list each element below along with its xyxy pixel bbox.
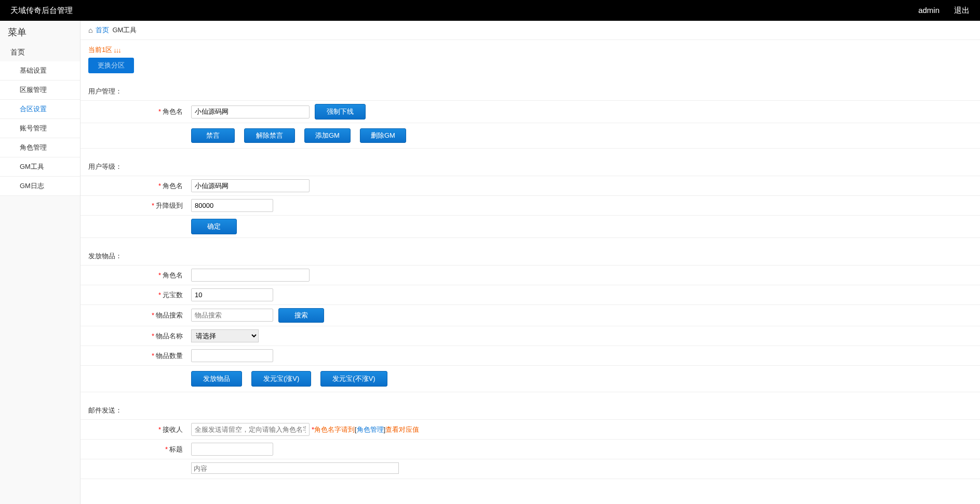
section-mail-title: 邮件发送： xyxy=(80,402,980,420)
input-recipient[interactable] xyxy=(191,423,310,436)
user-link[interactable]: admin xyxy=(918,6,939,16)
give-gold-inc-button[interactable]: 发元宝(涨V) xyxy=(251,371,311,387)
home-icon: ⌂ xyxy=(88,26,92,34)
input-role-name-item[interactable] xyxy=(191,269,310,282)
delete-gm-button[interactable]: 删除GM xyxy=(360,128,406,143)
label-recipient: 接收人 xyxy=(163,426,183,433)
confirm-level-button[interactable]: 确定 xyxy=(191,219,237,234)
topbar: 天域传奇后台管理 admin 退出 xyxy=(0,0,980,21)
arrow-down-icon: ↓↓↓ xyxy=(113,46,120,54)
sidebar-item-role-mgmt[interactable]: 角色管理 xyxy=(0,138,80,157)
breadcrumb-home-link[interactable]: 首页 xyxy=(96,25,109,35)
label-level-to: 升降级到 xyxy=(156,202,183,209)
input-level-value[interactable] xyxy=(191,199,273,212)
role-mgmt-link[interactable]: 角色管理 xyxy=(357,426,384,433)
give-item-button[interactable]: 发放物品 xyxy=(191,371,242,387)
input-role-name[interactable] xyxy=(191,105,310,118)
force-offline-button[interactable]: 强制下线 xyxy=(315,104,366,120)
label-item-search: 物品搜索 xyxy=(156,311,183,319)
sidebar-item-gm-tools[interactable]: GM工具 xyxy=(0,157,80,177)
give-gold-noinc-button[interactable]: 发元宝(不涨V) xyxy=(320,371,387,387)
zone-indicator: 当前1区↓↓↓ xyxy=(80,40,980,58)
label-gold: 元宝数 xyxy=(163,291,183,299)
main-content: ⌂ 首页 GM工具 当前1区↓↓↓ 更换分区 用户管理： *角色名 强制下线 xyxy=(80,21,980,504)
label-role-name-3: 角色名 xyxy=(163,271,183,279)
sidebar-item-gm-log[interactable]: GM日志 xyxy=(0,177,80,196)
unban-button[interactable]: 解除禁言 xyxy=(244,128,295,143)
sidebar-root-home[interactable]: 首页 xyxy=(0,44,80,61)
app-title: 天域传奇后台管理 xyxy=(10,6,73,16)
sidebar-item-zone-mgmt[interactable]: 区服管理 xyxy=(0,81,80,100)
sidebar-item-account-mgmt[interactable]: 账号管理 xyxy=(0,119,80,138)
sidebar-item-merge-settings[interactable]: 合区设置 xyxy=(0,100,80,119)
breadcrumb: ⌂ 首页 GM工具 xyxy=(80,21,980,40)
label-role-name-2: 角色名 xyxy=(163,182,183,190)
sidebar: 菜单 首页 基础设置 区服管理 合区设置 账号管理 角色管理 GM工具 GM日志 xyxy=(0,21,80,504)
ban-button[interactable]: 禁言 xyxy=(191,128,235,143)
input-role-name-level[interactable] xyxy=(191,179,310,192)
label-item-name: 物品名称 xyxy=(156,332,183,340)
change-zone-button[interactable]: 更换分区 xyxy=(88,58,134,73)
section-user-level-title: 用户等级： xyxy=(80,158,980,176)
select-item-name[interactable]: 请选择 xyxy=(191,329,259,342)
breadcrumb-current: GM工具 xyxy=(112,25,137,35)
menu-heading: 菜单 xyxy=(0,21,80,44)
input-subject[interactable] xyxy=(191,443,273,456)
add-gm-button[interactable]: 添加GM xyxy=(304,128,351,143)
sidebar-item-basic-settings[interactable]: 基础设置 xyxy=(0,61,80,81)
input-gold[interactable] xyxy=(191,288,273,301)
label-subject: 标题 xyxy=(169,445,183,453)
label-item-qty: 物品数量 xyxy=(156,352,183,360)
section-user-mgmt-title: 用户管理： xyxy=(80,83,980,101)
label-role-name: 角色名 xyxy=(163,108,183,115)
input-item-qty[interactable] xyxy=(191,349,273,362)
search-item-button[interactable]: 搜索 xyxy=(278,308,324,323)
recipient-hint: *角色名字请到[角色管理]查看对应值 xyxy=(312,426,419,433)
section-give-item-title: 发放物品： xyxy=(80,247,980,266)
input-item-search[interactable] xyxy=(191,309,273,322)
textarea-content[interactable] xyxy=(191,462,399,474)
logout-link[interactable]: 退出 xyxy=(954,6,970,16)
